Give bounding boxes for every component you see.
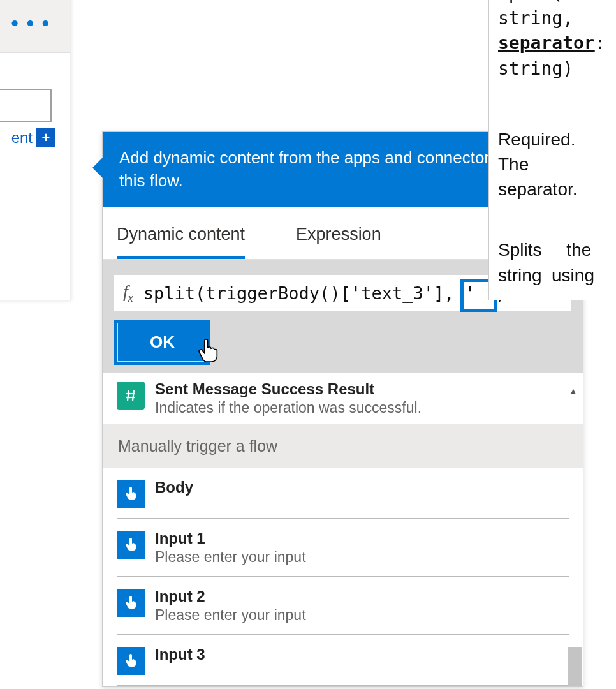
result-desc: Please enter your input [155,549,306,566]
more-icon[interactable]: • • • [11,11,50,35]
tooltip-sig-param: separator [498,33,595,54]
result-title: Input 1 [155,530,306,547]
results-list: Sent Message Success Result Indicates if… [103,373,583,686]
result-title: Input 2 [155,588,306,605]
scrollbar-thumb[interactable] [568,647,582,686]
result-desc: Please enter your input [155,607,306,624]
tooltip-signature: split(text: string, split(text: string, … [498,0,607,81]
tab-expression[interactable]: Expression [296,225,381,259]
tap-icon [117,531,145,559]
result-title: Body [155,478,193,496]
field-input[interactable] [0,89,52,122]
result-text: Input 2 Please enter your input [155,588,306,624]
result-input-1[interactable]: Input 1 Please enter your input [117,519,569,577]
tap-icon [117,589,145,617]
pointer-cursor-icon [196,338,219,364]
tap-icon [117,647,145,675]
result-body[interactable]: Body [117,468,569,519]
action-card-partial: • • • ent + [0,0,70,300]
ok-button[interactable]: OK [118,323,207,361]
result-input-3[interactable]: Input 3 [117,635,569,686]
result-text: Input 1 Please enter your input [155,530,306,566]
function-tooltip: split(text: string, split(text: string, … [488,0,616,300]
result-input-2[interactable]: Input 2 Please enter your input [117,577,569,635]
section-header-trigger: Manually trigger a flow [103,424,583,468]
svg-line-3 [133,390,134,401]
trigger-items: Body Input 1 Please enter your input Inp… [103,468,583,686]
action-card-body: ent + [0,53,70,300]
plus-icon[interactable]: + [36,128,55,147]
hash-icon [117,382,145,410]
add-dynamic-content-label: ent [11,129,33,147]
result-title: Sent Message Success Result [155,380,422,398]
result-text: Sent Message Success Result Indicates if… [155,380,422,417]
result-text: Body [155,478,193,496]
tooltip-description: Splits thestring using [498,237,607,287]
action-card-header: • • • [0,0,70,53]
fx-icon: fx [123,281,133,305]
result-desc: Indicates if the operation was successfu… [155,399,422,417]
result-text: Input 3 [155,646,205,663]
tap-icon [117,480,145,508]
add-dynamic-content-link[interactable]: ent + [0,128,55,147]
tooltip-required: Required. The separator. [498,127,607,202]
tab-dynamic-content[interactable]: Dynamic content [117,225,245,259]
result-sent-message[interactable]: Sent Message Success Result Indicates if… [103,373,583,424]
result-title: Input 3 [155,646,205,663]
expression-text: split(triggerBody()['text_3'], ' ') [143,283,506,303]
scroll-up-icon[interactable]: ▲ [569,386,579,396]
svg-line-2 [128,390,129,401]
